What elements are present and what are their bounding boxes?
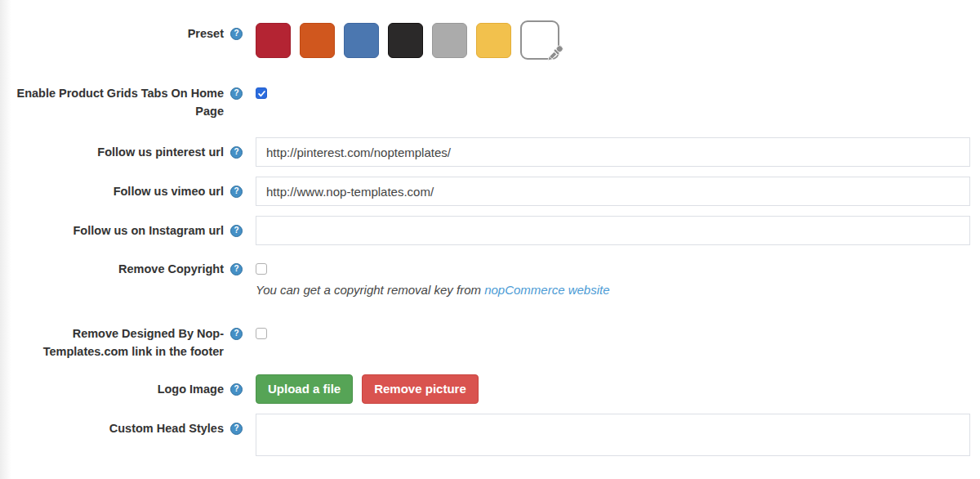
form-row-logo-image: Logo Image ? Upload a file Remove pictur… bbox=[16, 374, 970, 404]
instagram-controls bbox=[256, 216, 970, 245]
instagram-label-cell: Follow us on Instagram url ? bbox=[16, 216, 243, 239]
copyright-removal-hint: You can get a copyright removal key from… bbox=[256, 282, 970, 298]
help-icon[interactable]: ? bbox=[230, 28, 243, 40]
help-icon[interactable]: ? bbox=[230, 225, 243, 237]
form-row-pinterest: Follow us pinterest url ? bbox=[16, 137, 970, 167]
upload-file-button[interactable]: Upload a file bbox=[256, 374, 353, 404]
custom-head-styles-label-cell: Custom Head Styles ? bbox=[16, 414, 243, 437]
pinterest-url-input[interactable] bbox=[256, 137, 970, 167]
logo-image-controls: Upload a file Remove picture bbox=[256, 374, 970, 404]
vimeo-url-input[interactable] bbox=[256, 177, 970, 206]
preset-swatch-orange[interactable] bbox=[300, 23, 335, 58]
logo-image-label-cell: Logo Image ? bbox=[16, 374, 243, 398]
pinterest-controls bbox=[256, 137, 970, 167]
preset-controls bbox=[256, 20, 970, 60]
enable-grids-label: Enable Product Grids Tabs On Home Page bbox=[16, 84, 224, 120]
copyright-hint-text: You can get a copyright removal key from bbox=[256, 283, 484, 297]
remove-designed-by-checkbox[interactable] bbox=[256, 328, 267, 339]
instagram-url-input[interactable] bbox=[256, 216, 970, 245]
vimeo-controls bbox=[256, 177, 970, 206]
preset-label-cell: Preset ? bbox=[16, 20, 243, 43]
remove-picture-button[interactable]: Remove picture bbox=[362, 374, 479, 404]
custom-head-styles-textarea[interactable] bbox=[256, 414, 970, 456]
enable-grids-checkbox[interactable] bbox=[256, 87, 267, 99]
form-row-remove-designed-by: Remove Designed By Nop-Templates.com lin… bbox=[16, 325, 970, 360]
logo-image-label: Logo Image bbox=[158, 380, 224, 398]
remove-copyright-label: Remove Copyright bbox=[118, 260, 224, 278]
theme-settings-form: Preset ? bbox=[0, 0, 980, 456]
form-row-instagram: Follow us on Instagram url ? bbox=[16, 216, 970, 245]
instagram-label: Follow us on Instagram url bbox=[74, 222, 225, 239]
help-icon[interactable]: ? bbox=[230, 263, 243, 275]
preset-swatch-blue[interactable] bbox=[344, 23, 379, 58]
preset-label: Preset bbox=[188, 25, 224, 43]
form-row-vimeo: Follow us vimeo url ? bbox=[16, 177, 970, 206]
pinterest-label: Follow us pinterest url bbox=[97, 143, 224, 161]
remove-designed-by-controls bbox=[256, 325, 970, 339]
vimeo-label-cell: Follow us vimeo url ? bbox=[16, 177, 243, 200]
form-row-enable-grids: Enable Product Grids Tabs On Home Page ? bbox=[16, 84, 970, 120]
vimeo-label: Follow us vimeo url bbox=[114, 182, 224, 200]
form-row-remove-copyright: Remove Copyright ? You can get a copyrig… bbox=[16, 260, 970, 298]
help-icon[interactable]: ? bbox=[230, 423, 243, 435]
form-row-preset: Preset ? bbox=[16, 20, 970, 60]
preset-swatch-gray[interactable] bbox=[432, 23, 467, 58]
preset-swatch-list bbox=[256, 20, 970, 60]
help-icon[interactable]: ? bbox=[230, 328, 243, 340]
remove-designed-by-label: Remove Designed By Nop-Templates.com lin… bbox=[16, 325, 224, 360]
preset-swatch-custom[interactable] bbox=[520, 20, 559, 60]
eyedropper-icon bbox=[544, 43, 566, 65]
remove-copyright-label-cell: Remove Copyright ? bbox=[16, 260, 243, 278]
help-icon[interactable]: ? bbox=[230, 87, 243, 100]
preset-swatch-red[interactable] bbox=[256, 23, 291, 58]
custom-head-styles-controls bbox=[256, 414, 970, 456]
pinterest-label-cell: Follow us pinterest url ? bbox=[16, 137, 243, 161]
enable-grids-label-cell: Enable Product Grids Tabs On Home Page ? bbox=[16, 84, 243, 120]
form-row-custom-head-styles: Custom Head Styles ? bbox=[16, 414, 970, 456]
nopcommerce-website-link[interactable]: nopCommerce website bbox=[484, 283, 609, 297]
help-icon[interactable]: ? bbox=[230, 146, 243, 159]
help-icon[interactable]: ? bbox=[230, 383, 243, 396]
preset-swatch-black[interactable] bbox=[388, 23, 423, 58]
enable-grids-controls bbox=[256, 84, 970, 99]
help-icon[interactable]: ? bbox=[230, 186, 243, 198]
remove-designed-by-label-cell: Remove Designed By Nop-Templates.com lin… bbox=[16, 325, 243, 360]
logo-button-group: Upload a file Remove picture bbox=[256, 374, 970, 404]
preset-swatch-yellow[interactable] bbox=[476, 23, 511, 58]
remove-copyright-checkbox[interactable] bbox=[256, 263, 267, 275]
custom-head-styles-label: Custom Head Styles bbox=[109, 419, 224, 437]
remove-copyright-controls: You can get a copyright removal key from… bbox=[256, 260, 970, 298]
